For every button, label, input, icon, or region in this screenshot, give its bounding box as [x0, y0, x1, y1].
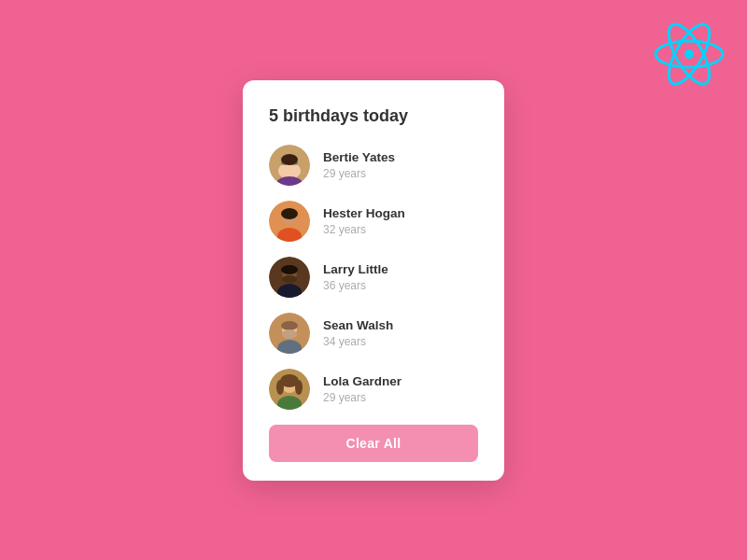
svg-point-20: [282, 275, 297, 283]
react-logo: [652, 17, 726, 91]
person-age: 32 years: [323, 223, 405, 236]
avatar: [269, 369, 310, 410]
person-info: Lola Gardner 29 years: [323, 373, 402, 405]
avatar: [269, 201, 310, 242]
person-info: Larry Little 36 years: [323, 261, 388, 293]
person-name: Hester Hogan: [323, 205, 405, 222]
svg-point-3: [684, 49, 694, 59]
avatar: [269, 145, 310, 186]
svg-point-31: [295, 380, 303, 395]
person-name: Lola Gardner: [323, 373, 402, 390]
person-age: 29 years: [323, 391, 402, 404]
birthday-list: Bertie Yates 29 years Hester Hogan 32 ye…: [269, 145, 478, 410]
person-info: Sean Walsh 34 years: [323, 317, 393, 349]
avatar: [269, 313, 310, 354]
list-item: Sean Walsh 34 years: [269, 313, 478, 354]
svg-point-15: [281, 208, 298, 219]
person-info: Bertie Yates 29 years: [323, 149, 395, 181]
person-age: 34 years: [323, 335, 393, 348]
card-title: 5 birthdays today: [269, 106, 478, 126]
birthday-card: 5 birthdays today Bertie Yates 29 years: [243, 80, 504, 481]
svg-point-19: [281, 265, 298, 274]
person-name: Larry Little: [323, 261, 388, 278]
svg-point-30: [276, 380, 284, 395]
clear-all-button[interactable]: Clear All: [269, 425, 478, 462]
list-item: Bertie Yates 29 years: [269, 145, 478, 186]
list-item: Lola Gardner 29 years: [269, 369, 478, 410]
svg-point-24: [281, 321, 298, 330]
person-age: 29 years: [323, 167, 395, 180]
svg-point-11: [281, 154, 298, 165]
person-name: Bertie Yates: [323, 149, 395, 166]
avatar: [269, 257, 310, 298]
person-name: Sean Walsh: [323, 317, 393, 334]
list-item: Larry Little 36 years: [269, 257, 478, 298]
list-item: Hester Hogan 32 years: [269, 201, 478, 242]
person-info: Hester Hogan 32 years: [323, 205, 405, 237]
svg-point-25: [282, 329, 297, 339]
person-age: 36 years: [323, 279, 388, 292]
